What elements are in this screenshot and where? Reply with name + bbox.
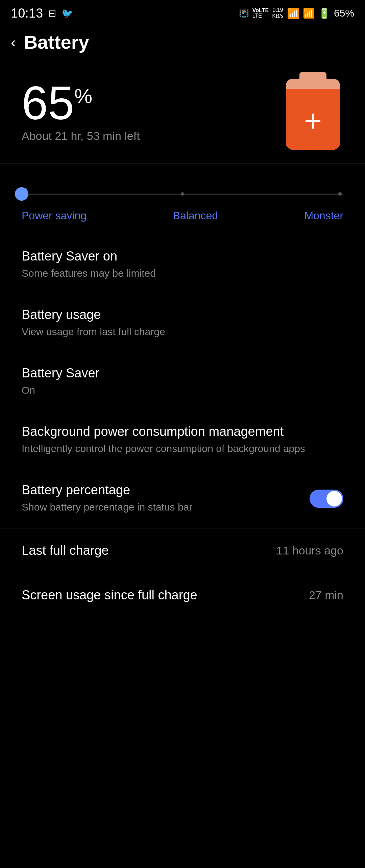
- battery-info: 65% About 21 hr, 53 min left: [22, 79, 140, 143]
- slider-thumb[interactable]: [15, 187, 28, 201]
- screen-usage-value: 27 min: [309, 589, 343, 602]
- power-mode-section: Power saving Balanced Monster: [0, 164, 365, 235]
- battery-saver-on-item[interactable]: Battery Saver on Some features may be li…: [0, 235, 365, 294]
- back-button[interactable]: ‹: [11, 34, 16, 51]
- notification-icon: ⊟: [48, 8, 56, 19]
- header: ‹ Battery: [0, 24, 365, 61]
- battery-usage-title: Battery usage: [22, 307, 343, 322]
- screen-usage-label: Screen usage since full charge: [22, 588, 197, 602]
- battery-percent-status: 65%: [334, 7, 354, 19]
- network-speed: 0.19 KB/s: [272, 7, 284, 19]
- battery-cap: [299, 72, 326, 79]
- battery-saver-title: Battery Saver: [22, 366, 343, 380]
- power-mode-slider[interactable]: [22, 184, 343, 204]
- battery-icon-status: 🔋: [318, 7, 331, 19]
- background-power-item[interactable]: Background power consumption management …: [0, 411, 365, 469]
- lte-label: VoLTE LTE: [252, 8, 269, 19]
- monster-label[interactable]: Monster: [304, 209, 343, 222]
- battery-percentage-large: 65%: [22, 79, 140, 127]
- battery-saver-on-subtitle: Some features may be limited: [22, 266, 343, 280]
- battery-graphic: +: [283, 72, 343, 150]
- battery-plus-icon: +: [286, 106, 340, 136]
- power-saving-label[interactable]: Power saving: [22, 209, 87, 222]
- battery-saver-on-title: Battery Saver on: [22, 249, 343, 264]
- balanced-label[interactable]: Balanced: [173, 209, 218, 222]
- battery-percentage-item[interactable]: Battery percentage Show battery percenta…: [0, 469, 365, 528]
- status-bar: 10:13 ⊟ 🐦 📳 VoLTE LTE 0.19 KB/s 📶 📶 🔋 65…: [0, 0, 365, 24]
- battery-percentage-title: Battery percentage: [22, 483, 310, 497]
- status-time: 10:13: [11, 6, 43, 21]
- signal-icon: 📶: [303, 8, 315, 19]
- vibrate-icon: 📳: [239, 8, 249, 18]
- battery-saver-value: On: [22, 383, 343, 397]
- last-charge-section: Last full charge 11 hours ago Screen usa…: [0, 528, 365, 617]
- slider-track: [22, 194, 343, 195]
- status-right: 📳 VoLTE LTE 0.19 KB/s 📶 📶 🔋 65%: [239, 7, 354, 19]
- battery-time-left: About 21 hr, 53 min left: [22, 129, 140, 143]
- screen-usage-item: Screen usage since full charge 27 min: [22, 573, 343, 617]
- page-title: Battery: [24, 31, 89, 53]
- slider-labels: Power saving Balanced Monster: [22, 209, 343, 222]
- toggle-knob: [326, 491, 342, 506]
- slider-dot-balanced: [181, 192, 184, 196]
- last-full-charge-value: 11 hours ago: [276, 544, 344, 557]
- last-full-charge-item: Last full charge 11 hours ago: [22, 528, 343, 573]
- battery-usage-item[interactable]: Battery usage View usage from last full …: [0, 294, 365, 352]
- background-power-subtitle: Intelligently control the power consumpt…: [22, 442, 343, 456]
- battery-usage-subtitle: View usage from last full charge: [22, 325, 343, 339]
- twitter-icon: 🐦: [62, 8, 73, 19]
- slider-dot-monster: [338, 192, 342, 196]
- wifi-icon: 📶: [287, 7, 299, 19]
- battery-display: 65% About 21 hr, 53 min left +: [0, 61, 365, 164]
- battery-percentage-subtitle: Show battery percentage in status bar: [22, 500, 310, 514]
- battery-saver-item[interactable]: Battery Saver On: [0, 352, 365, 411]
- status-left: 10:13 ⊟ 🐦: [11, 6, 73, 21]
- battery-percentage-toggle[interactable]: [310, 490, 343, 508]
- background-power-title: Background power consumption management: [22, 424, 343, 439]
- last-full-charge-label: Last full charge: [22, 543, 109, 558]
